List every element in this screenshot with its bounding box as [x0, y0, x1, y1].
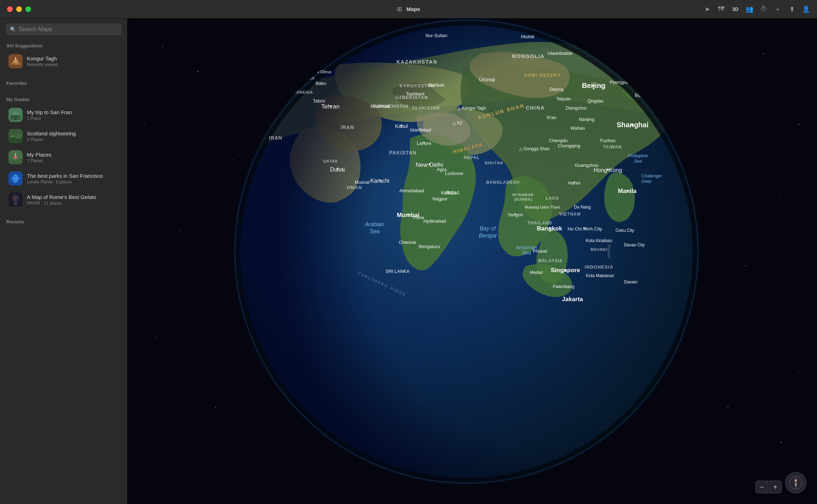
- three-d-button[interactable]: 3D: [731, 5, 739, 13]
- search-input[interactable]: [19, 26, 117, 33]
- my-places-subtitle: 7 Places: [27, 158, 119, 163]
- svg-text:Fuzhou: Fuzhou: [600, 138, 615, 143]
- maximize-button[interactable]: [25, 6, 31, 12]
- svg-text:Bengaluru: Bengaluru: [419, 244, 440, 249]
- san-fran-title: My trip to San Fran: [27, 109, 119, 115]
- svg-text:N: N: [795, 479, 797, 482]
- profile-icon[interactable]: 👤: [802, 5, 810, 13]
- location-icon[interactable]: ➤: [703, 5, 711, 13]
- my-places-icon: [8, 150, 23, 164]
- kongur-text: Kongur Tagh Recently viewed: [27, 55, 119, 67]
- svg-point-176: [448, 191, 449, 193]
- svg-text:Lahore: Lahore: [417, 141, 431, 146]
- map-area[interactable]: Tokyo Beijing Shanghai Seoul Hong Kong B…: [127, 18, 817, 504]
- svg-point-22: [162, 46, 163, 47]
- sidebar-item-kongur-tagh[interactable]: Kongur Tagh Recently viewed: [3, 51, 124, 72]
- search-box[interactable]: 🔍: [6, 23, 122, 35]
- svg-text:LAOS: LAOS: [546, 196, 559, 201]
- best-parks-title: The best parks in San Francisco: [27, 173, 119, 179]
- svg-point-173: [401, 125, 402, 126]
- svg-text:TAJIKISTAN: TAJIKISTAN: [412, 106, 440, 111]
- sidebar-item-san-fran[interactable]: My trip to San Fran 1 Place: [3, 104, 124, 125]
- svg-point-25: [763, 53, 764, 54]
- svg-text:CHINA: CHINA: [526, 105, 545, 111]
- gelato-icon: P: [8, 193, 23, 207]
- svg-text:Mueang Udon Thani: Mueang Udon Thani: [525, 205, 560, 209]
- add-icon[interactable]: ＋: [774, 5, 782, 13]
- kongur-icon: [8, 54, 23, 68]
- rome-gelato-subtitle: PRIOR · 11 places: [27, 201, 119, 206]
- svg-text:Medan: Medan: [530, 270, 543, 275]
- svg-text:Nagpur: Nagpur: [433, 196, 448, 201]
- close-button[interactable]: [7, 6, 13, 12]
- svg-text:Kota Makassar: Kota Makassar: [586, 273, 614, 278]
- svg-text:MYANMAR: MYANMAR: [512, 193, 534, 197]
- zoom-controls: − +: [756, 481, 782, 493]
- svg-point-168: [407, 214, 409, 216]
- svg-text:INDIA: INDIA: [445, 190, 460, 195]
- svg-text:Wuhan: Wuhan: [571, 125, 585, 131]
- svg-point-27: [781, 195, 781, 195]
- favorites-header: Favorites: [0, 78, 127, 88]
- svg-text:PAKISTAN: PAKISTAN: [389, 150, 416, 156]
- svg-point-171: [330, 105, 331, 107]
- svg-text:Chennai: Chennai: [399, 240, 416, 245]
- zoom-in-button[interactable]: +: [769, 481, 782, 493]
- svg-text:△ Gongga Shan: △ Gongga Shan: [519, 146, 549, 151]
- svg-text:Challenger: Challenger: [641, 174, 662, 178]
- svg-point-170: [379, 180, 381, 181]
- compass[interactable]: N: [785, 472, 806, 493]
- svg-text:KAZAKHSTAN: KAZAKHSTAN: [396, 59, 437, 65]
- divider-2: [6, 91, 122, 91]
- svg-text:Yangon: Yangon: [507, 212, 523, 217]
- search-container: 🔍: [0, 18, 127, 40]
- svg-text:Irkutsk: Irkutsk: [521, 34, 535, 39]
- svg-text:Kota Kinabalu: Kota Kinabalu: [586, 238, 612, 243]
- sidebar-toggle-icon[interactable]: ⊞: [397, 5, 402, 13]
- svg-point-28: [745, 265, 746, 266]
- titlebar: ⊞ Maps ➤ 🗺 3D 👥 ⏱ ＋ ⬆ 👤: [0, 0, 817, 18]
- svg-text:Andaman: Andaman: [516, 245, 537, 250]
- svg-text:Tabriz: Tabriz: [313, 98, 325, 104]
- scotland-icon: [8, 129, 23, 143]
- svg-point-11: [12, 135, 14, 137]
- svg-text:Muscat: Muscat: [355, 180, 370, 185]
- sidebar-item-best-parks[interactable]: The best parks in San Francisco Lonely P…: [3, 168, 124, 189]
- svg-text:(BURMA): (BURMA): [514, 197, 532, 201]
- svg-text:BRUNEI: BRUNEI: [590, 247, 607, 252]
- zoom-out-button[interactable]: −: [756, 481, 768, 493]
- svg-text:Ahmedabad: Ahmedabad: [399, 188, 424, 193]
- svg-point-36: [233, 159, 234, 160]
- app-title: Maps: [406, 6, 420, 12]
- clock-icon[interactable]: ⏱: [760, 5, 768, 13]
- svg-text:Hanoi: Hanoi: [568, 180, 580, 186]
- minimize-button[interactable]: [16, 6, 22, 12]
- svg-text:Equator: Equator: [607, 245, 611, 259]
- svg-text:Arabian: Arabian: [364, 221, 384, 227]
- divider-3: [6, 213, 122, 213]
- sidebar-item-my-places[interactable]: My Places 7 Places: [3, 147, 124, 168]
- svg-text:Lucknow: Lucknow: [445, 171, 463, 176]
- svg-text:Cebu City: Cebu City: [616, 228, 634, 233]
- svg-point-24: [145, 124, 145, 125]
- svg-text:Bengal: Bengal: [479, 233, 496, 239]
- svg-text:QATAR: QATAR: [323, 159, 338, 163]
- svg-point-32: [728, 407, 728, 408]
- svg-text:Sea: Sea: [522, 250, 531, 256]
- svg-text:Nur-Sultan: Nur-Sultan: [425, 33, 447, 38]
- svg-text:Guangzhou: Guangzhou: [575, 163, 598, 168]
- svg-text:UZBEKISTAN: UZBEKISTAN: [395, 95, 428, 100]
- svg-text:Baku: Baku: [316, 81, 326, 86]
- bookmarks-icon[interactable]: 🗺: [717, 5, 725, 13]
- sidebar-item-scotland[interactable]: Scotland sightseeing 2 Places: [3, 125, 124, 147]
- my-places-text: My Places 7 Places: [27, 152, 119, 163]
- svg-text:KYRGYZSTAN: KYRGYZSTAN: [400, 83, 435, 88]
- svg-text:MALAYSIA: MALAYSIA: [538, 258, 563, 263]
- svg-point-33: [781, 442, 781, 443]
- svg-text:Deep: Deep: [641, 179, 652, 184]
- share-icon[interactable]: ⬆: [788, 5, 796, 13]
- svg-text:Hyderabad: Hyderabad: [423, 218, 446, 224]
- people-icon[interactable]: 👥: [746, 5, 753, 13]
- sidebar-item-rome-gelato[interactable]: P A Map of Rome's Best Gelato PRIOR · 11…: [3, 189, 124, 210]
- divider-1: [6, 75, 122, 75]
